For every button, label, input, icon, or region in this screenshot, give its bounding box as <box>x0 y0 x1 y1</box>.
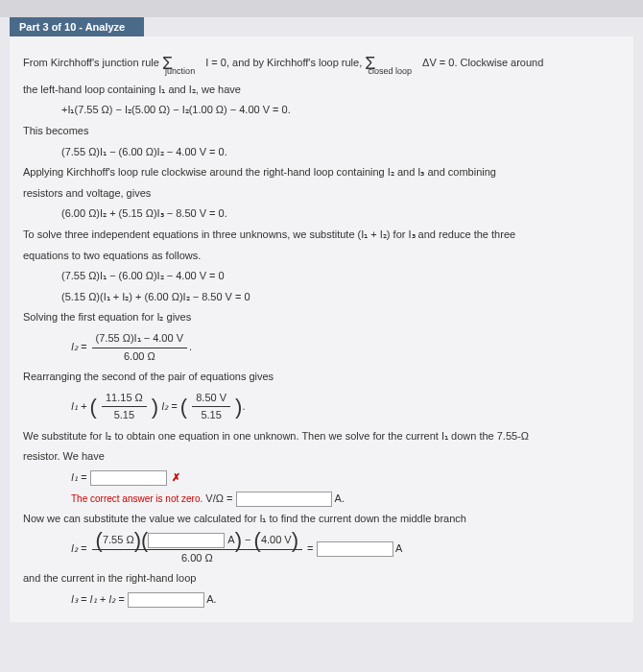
text-line: Rearranging the second of the pair of eq… <box>23 369 620 386</box>
content-panel: From Kirchhoff's junction rule Σjunction… <box>10 36 633 622</box>
text-line: equations to two equations as follows. <box>23 248 620 265</box>
label: I₁ = <box>71 471 90 483</box>
paren-icon: ( <box>180 398 187 416</box>
text-line: Now we can substitute the value we calcu… <box>23 511 620 528</box>
denominator: 5.15 <box>102 407 147 424</box>
label: I₂ = <box>71 542 90 554</box>
equals: = <box>307 542 316 554</box>
text-line: This becomes <box>23 123 620 140</box>
unit-label: A <box>227 534 234 545</box>
paren-icon: ( <box>254 532 261 549</box>
text-line: From Kirchhoff's junction rule Σjunction… <box>23 50 620 78</box>
text-line: the left-hand loop containing I₁ and I₂,… <box>23 82 620 99</box>
error-row: The correct answer is not zero. V/Ω = A. <box>71 491 620 508</box>
part-header: Part 3 of 10 - Analyze <box>10 17 144 36</box>
paren-icon: ( <box>90 398 97 416</box>
equation: +I₁(7.55 Ω) − I₂(5.00 Ω) − I₂(1.00 Ω) − … <box>61 102 620 119</box>
text-line: and the current in the right-hand loop <box>23 570 620 588</box>
equation: (7.55 Ω)I₁ − (6.00 Ω)I₂ − 4.00 V = 0 <box>61 268 620 285</box>
text-line: We substitute for I₂ to obtain one equat… <box>23 428 620 445</box>
text-line: resistor. We have <box>23 448 620 466</box>
text-line: Solving the first equation for I₂ gives <box>23 309 620 326</box>
equation: I₁ + ( 11.15 Ω 5.15 ) I₂ = ( 8.50 V 5.15… <box>71 390 620 424</box>
wrong-icon: ✗ <box>172 471 180 483</box>
equation: (6.00 Ω)I₂ + (5.15 Ω)I₃ − 8.50 V = 0. <box>61 205 620 223</box>
unit-label: A <box>395 542 402 554</box>
text-line: resistors and voltage, gives <box>23 185 620 203</box>
answer-row: I₃ = I₁ + I₂ = A. <box>71 591 620 609</box>
paren-icon: ( <box>96 532 103 549</box>
text: ΔV = 0. Clockwise around <box>422 57 543 68</box>
paren-icon: ) <box>235 532 242 549</box>
equation: (5.15 Ω)(I₁ + I₂) + (6.00 Ω)I₂ − 8.50 V … <box>61 289 620 306</box>
label: I₃ = I₁ + I₂ = <box>71 593 128 605</box>
text-line: To solve three independent equations in … <box>23 227 620 244</box>
paren-icon: ( <box>141 532 148 549</box>
answer-row: I₂ = (7.55 Ω)( A) − (4.00 V) 6.00 Ω = A <box>71 532 620 566</box>
unit-label: A. <box>335 492 345 504</box>
error-message: The correct answer is not zero. <box>71 493 202 504</box>
numerator: 8.50 V <box>192 390 230 408</box>
numerator: (7.55 Ω)( A) − (4.00 V) <box>92 532 302 550</box>
answer-input-i1a[interactable] <box>90 470 167 486</box>
text-line: Applying Kirchhoff's loop rule clockwise… <box>23 164 620 181</box>
equation: (7.55 Ω)I₁ − (6.00 Ω)I₂ − 4.00 V = 0. <box>61 144 620 161</box>
paren-icon: ) <box>292 532 298 549</box>
answer-input-i2-result[interactable] <box>317 541 393 557</box>
paren-icon: ) <box>152 398 158 416</box>
denominator: 6.00 Ω <box>92 550 302 567</box>
unit-label: V/Ω = <box>205 492 235 504</box>
text: From Kirchhoff's junction rule <box>23 57 159 68</box>
numerator: 11.15 Ω <box>102 390 147 408</box>
fraction: (7.55 Ω)I₁ − 4.00 V 6.00 Ω <box>92 330 187 365</box>
minus: − <box>242 534 254 545</box>
fraction: 8.50 V 5.15 <box>192 390 230 424</box>
subscript: closed loop <box>368 66 412 76</box>
paren-icon: ) <box>134 532 141 549</box>
text: I = 0, and by Kirchhoff's loop rule, <box>205 57 362 68</box>
text: 4.00 V <box>261 534 292 545</box>
lhs: I₁ + <box>71 400 90 412</box>
subscript: junction <box>165 66 195 76</box>
text: I₂ = <box>161 400 180 412</box>
text: 7.55 Ω <box>103 534 134 545</box>
lhs: I₂ = <box>71 341 90 352</box>
answer-input-i2-num[interactable] <box>148 533 225 548</box>
answer-input-i3[interactable] <box>128 592 204 608</box>
paren-icon: ) <box>235 398 242 416</box>
answer-row: I₁ = ✗ <box>71 469 620 487</box>
unit-label: A. <box>206 593 216 605</box>
equation: I₂ = (7.55 Ω)I₁ − 4.00 V 6.00 Ω . <box>71 330 620 365</box>
denominator: 5.15 <box>192 407 230 424</box>
numerator: (7.55 Ω)I₁ − 4.00 V <box>92 330 187 348</box>
answer-input-i1b[interactable] <box>236 492 332 507</box>
fraction: 11.15 Ω 5.15 <box>102 390 147 424</box>
fraction: (7.55 Ω)( A) − (4.00 V) 6.00 Ω <box>92 532 302 566</box>
denominator: 6.00 Ω <box>92 348 187 366</box>
